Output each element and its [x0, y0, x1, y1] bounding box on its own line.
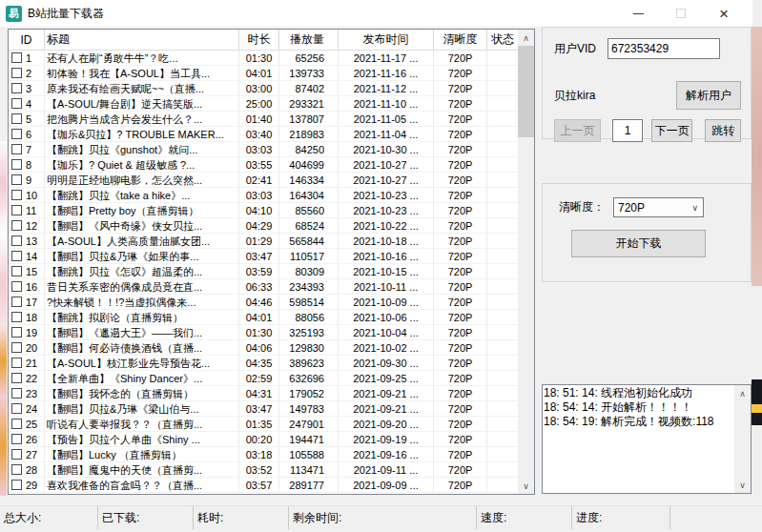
table-row[interactable]: 11 【翻唱】Pretty boy（直播剪辑） 04:10 85560 2021… [9, 203, 518, 218]
next-page-button[interactable]: 下一页 [651, 119, 692, 142]
maximize-button[interactable] [667, 0, 695, 27]
scroll-down-icon[interactable]: ∨ [734, 478, 751, 492]
quality-select[interactable]: 720P ∨ [613, 197, 704, 217]
row-id: 17 [26, 295, 37, 309]
cell-date: 2021-10-23 ... [339, 203, 434, 217]
jump-page-button[interactable]: 跳转 [705, 119, 741, 142]
parse-user-button[interactable]: 解析用户 [676, 81, 741, 110]
table-row[interactable]: 13 【A-SOUL】人类高质量油腻女团... 01:29 565844 202… [9, 234, 518, 249]
table-row[interactable]: 9 明明是正经地聊电影，怎么突然... 02:41 146334 2021-10… [9, 173, 518, 188]
row-checkbox[interactable] [11, 449, 22, 460]
cell-duration: 03:47 [239, 249, 279, 263]
header-duration[interactable]: 时长 [239, 30, 279, 50]
row-checkbox[interactable] [11, 480, 22, 490]
row-checkbox[interactable] [11, 327, 22, 338]
row-checkbox[interactable] [11, 98, 22, 109]
minimize-button[interactable] [624, 0, 652, 27]
table-row[interactable]: 24 【翻唱】贝拉&乃琳《梁山伯与... 03:47 149783 2021-0… [9, 401, 518, 417]
row-checkbox[interactable] [11, 113, 22, 124]
row-checkbox[interactable] [11, 174, 22, 185]
row-checkbox[interactable] [11, 342, 22, 353]
cell-status [487, 157, 518, 172]
header-title[interactable]: 标题 [45, 30, 239, 50]
row-checkbox[interactable] [11, 52, 22, 63]
row-checkbox[interactable] [11, 373, 22, 383]
table-row[interactable]: 29 喜欢我准备的盲盒吗？？（直播... 03:57 289177 2021-0… [9, 478, 518, 493]
cell-status [487, 417, 518, 431]
cell-id: 10 [9, 188, 45, 202]
cell-title: 【翻唱】我怀念的（直播剪辑） [45, 386, 239, 400]
header-status[interactable]: 状态 [487, 30, 518, 50]
row-checkbox[interactable] [11, 434, 22, 444]
row-checkbox[interactable] [11, 388, 22, 399]
table-row[interactable]: 10 【翻跳】贝拉《take a hike》... 03:03 164304 2… [9, 188, 518, 203]
cell-status [487, 386, 518, 400]
table-row[interactable]: 16 昔日关系亲密的偶像成员竟在直... 06:33 234393 2021-1… [9, 279, 518, 295]
row-checkbox[interactable] [11, 297, 22, 307]
header-date[interactable]: 发布时间 [339, 30, 434, 50]
table-row[interactable]: 12 【翻唱】《风中奇缘》侠女贝拉... 04:29 68524 2021-10… [9, 218, 518, 234]
log-output[interactable]: 18: 51: 14: 线程池初始化成功 18: 54: 14: 开始解析！！！… [542, 384, 752, 494]
table-row[interactable]: 15 【翻跳】贝拉《怎叹》超温柔的... 03:59 80309 2021-10… [9, 264, 518, 279]
table-row[interactable]: 18 【翻跳】拟剧论（直播剪辑） 04:01 88056 2021-10-06 … [9, 310, 518, 325]
table-row[interactable]: 26 【预告】贝拉个人单曲《Shiny ... 00:20 194471 202… [9, 432, 518, 447]
cell-date: 2021-09-21 ... [339, 386, 434, 400]
table-row[interactable]: 1 还有人在刷“勇敢牛牛”？吃... 01:30 65256 2021-11-1… [9, 51, 518, 66]
table-row[interactable]: 25 听说有人要举报我？？（直播剪... 01:35 247901 2021-0… [9, 417, 518, 432]
row-checkbox[interactable] [11, 312, 22, 322]
log-scrollbar[interactable]: ∧ ∨ [734, 385, 751, 493]
cell-date: 2021-09-21 ... [339, 401, 434, 416]
header-id[interactable]: ID [9, 30, 45, 50]
table-row[interactable]: 17 ?快来解锁！！!?当虚拟偶像来... 04:46 598514 2021-… [9, 295, 518, 310]
row-checkbox[interactable] [11, 159, 22, 170]
close-button[interactable]: × [710, 0, 738, 27]
table-row[interactable]: 5 把泡腾片当成含片会发生什么？... 01:40 137807 2021-11… [9, 112, 518, 127]
table-row[interactable]: 22 【全新单曲】《Shiny Dancer》... 02:59 632696 … [9, 371, 518, 386]
uid-label: 用户VID [554, 41, 596, 57]
scroll-down-icon[interactable]: ∨ [518, 479, 534, 493]
row-checkbox[interactable] [11, 281, 22, 292]
table-row[interactable]: 8 【珈乐】? Quiet & 超级敏感 ?... 03:55 404699 2… [9, 157, 518, 173]
row-checkbox[interactable] [11, 358, 22, 368]
cell-status [487, 401, 518, 416]
table-row[interactable]: 14 【翻唱】贝拉&乃琳《如果的事... 03:47 110517 2021-1… [9, 249, 518, 264]
row-checkbox[interactable] [11, 144, 22, 154]
row-checkbox[interactable] [11, 205, 22, 215]
row-checkbox[interactable] [11, 68, 22, 78]
table-row[interactable]: 23 【翻唱】我怀念的（直播剪辑） 04:31 179052 2021-09-2… [9, 386, 518, 401]
row-checkbox[interactable] [11, 419, 22, 429]
cell-views: 247901 [279, 417, 339, 431]
row-checkbox[interactable] [11, 190, 22, 200]
table-row[interactable]: 3 原来我还有绘画天赋呢~~（直播... 03:00 87402 2021-11… [9, 81, 518, 96]
row-checkbox[interactable] [11, 220, 22, 231]
row-checkbox[interactable] [11, 83, 22, 93]
scrollbar-thumb[interactable] [518, 46, 534, 137]
header-views[interactable]: 播放量 [279, 30, 339, 50]
table-row[interactable]: 2 初体验！我在【A-SOUL】当工具... 04:01 139733 2021… [9, 66, 518, 81]
cell-id: 23 [9, 386, 45, 400]
table-row[interactable]: 6 【珈乐&贝拉】? TROUBLE MAKER... 03:40 218983… [9, 127, 518, 142]
table-row[interactable]: 20 【翻唱】何必诗债换酒钱（直播... 04:06 129830 2021-1… [9, 340, 518, 356]
row-checkbox[interactable] [11, 266, 22, 276]
row-checkbox[interactable] [11, 129, 22, 139]
cell-status [487, 325, 518, 339]
row-checkbox[interactable] [11, 251, 22, 261]
start-download-button[interactable]: 开始下载 [571, 230, 706, 257]
scroll-up-icon[interactable]: ∧ [734, 386, 751, 400]
table-row[interactable]: 19 【翻唱】《邋遢大王》——我们... 01:30 325193 2021-1… [9, 325, 518, 340]
uid-input[interactable] [608, 38, 720, 59]
scroll-up-icon[interactable]: ∧ [518, 31, 534, 45]
table-scrollbar[interactable]: ∧ ∨ [518, 30, 534, 494]
table-row[interactable]: 28 【翻唱】魔鬼中的天使（直播剪... 03:52 113471 2021-0… [9, 462, 518, 478]
table-row[interactable]: 27 【翻唱】Lucky （直播剪辑） 03:18 105588 2021-09… [9, 447, 518, 462]
header-quality[interactable]: 清晰度 [434, 30, 487, 50]
table-row[interactable]: 7 【翻跳】贝拉《gunshot》就问... 03:03 84250 2021-… [9, 142, 518, 157]
row-checkbox[interactable] [11, 464, 22, 475]
page-number-input[interactable] [612, 119, 643, 142]
table-row[interactable]: 4 【A-SOUL/舞台剧】逆天搞笑版... 25:00 293321 2021… [9, 96, 518, 112]
cell-status [487, 218, 518, 233]
cell-quality: 720P [434, 371, 487, 385]
row-checkbox[interactable] [11, 235, 22, 246]
row-checkbox[interactable] [11, 403, 22, 414]
table-row[interactable]: 21 【A-SOUL】枝江影业先导预告花... 04:35 389623 202… [9, 356, 518, 371]
